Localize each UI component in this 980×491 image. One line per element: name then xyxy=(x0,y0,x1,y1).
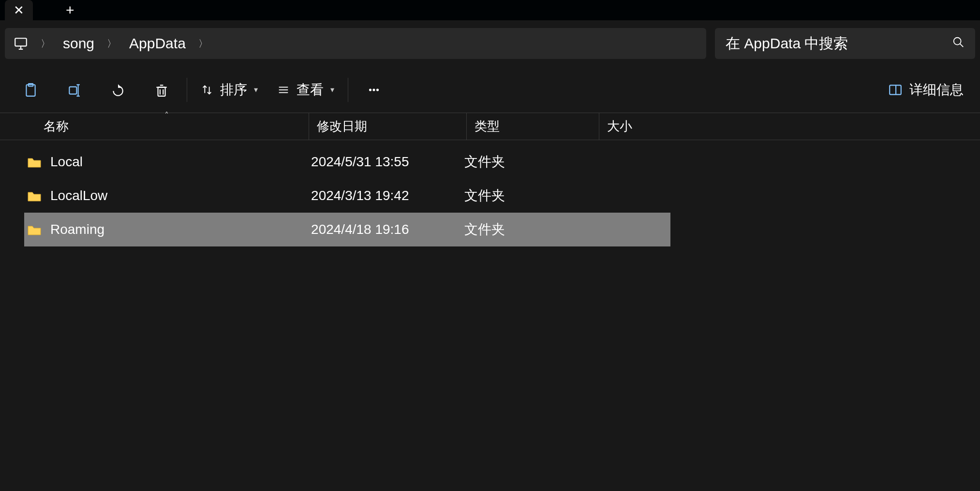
more-icon xyxy=(367,83,381,97)
search-input[interactable]: 在 AppData 中搜索 xyxy=(715,28,975,59)
column-header-type[interactable]: 类型 xyxy=(466,113,599,140)
file-row[interactable]: LocalLow2024/3/13 19:42文件夹 xyxy=(24,179,670,213)
column-headers: ˄ 名称 修改日期 类型 大小 xyxy=(0,113,980,140)
file-name: Roaming xyxy=(50,222,104,237)
chevron-right-icon: 〉 xyxy=(105,37,119,50)
chevron-right-icon: 〉 xyxy=(39,37,52,50)
folder-icon xyxy=(27,223,42,236)
paste-button[interactable] xyxy=(9,74,52,105)
chevron-down-icon: ▾ xyxy=(330,85,334,94)
file-type: 文件夹 xyxy=(457,220,586,239)
plus-icon: + xyxy=(66,3,74,17)
details-label: 详细信息 xyxy=(909,81,964,99)
sort-icon xyxy=(201,84,213,96)
file-list: Local2024/5/31 13:55文件夹LocalLow2024/3/13… xyxy=(0,140,980,491)
file-type: 文件夹 xyxy=(457,187,586,205)
more-button[interactable] xyxy=(352,74,396,105)
sort-button[interactable]: 排序 ▾ xyxy=(191,74,267,105)
toolbar: 排序 ▾ 查看 ▾ 详细信息 xyxy=(0,67,980,113)
folder-icon xyxy=(27,156,42,168)
rename-button[interactable] xyxy=(52,74,96,105)
sort-ascending-icon: ˄ xyxy=(164,110,169,121)
view-label: 查看 xyxy=(297,81,324,99)
view-button[interactable]: 查看 ▾ xyxy=(267,74,344,105)
breadcrumb-item[interactable]: song xyxy=(63,35,94,52)
breadcrumb-item[interactable]: AppData xyxy=(129,35,186,52)
file-date: 2024/4/18 19:16 xyxy=(303,222,457,237)
file-name: Local xyxy=(50,154,83,170)
pc-icon xyxy=(14,36,28,51)
share-button[interactable] xyxy=(96,74,139,105)
file-row[interactable]: Roaming2024/4/18 19:16文件夹 xyxy=(24,213,670,246)
new-tab-button[interactable]: + xyxy=(57,0,83,20)
view-icon xyxy=(277,84,290,96)
file-name: LocalLow xyxy=(50,188,107,203)
file-date: 2024/3/13 19:42 xyxy=(303,188,457,203)
search-placeholder: 在 AppData 中搜索 xyxy=(726,34,848,54)
details-pane-icon xyxy=(888,83,903,97)
column-header-size[interactable]: 大小 xyxy=(599,113,686,140)
file-type: 文件夹 xyxy=(457,153,586,171)
tab-close-button[interactable]: ✕ xyxy=(5,0,33,20)
chevron-right-icon: 〉 xyxy=(196,37,210,50)
close-icon: ✕ xyxy=(14,4,24,16)
chevron-down-icon: ▾ xyxy=(254,85,258,94)
file-date: 2024/5/31 13:55 xyxy=(303,154,457,170)
toolbar-divider xyxy=(187,78,187,102)
file-row[interactable]: Local2024/5/31 13:55文件夹 xyxy=(24,145,670,179)
toolbar-divider xyxy=(348,78,348,102)
tab-strip: ✕ + xyxy=(0,0,980,20)
details-pane-button[interactable]: 详细信息 xyxy=(880,81,971,99)
folder-icon xyxy=(27,189,42,202)
column-header-name[interactable]: ˄ 名称 xyxy=(24,113,309,140)
delete-button[interactable] xyxy=(139,74,183,105)
breadcrumb[interactable]: 〉 song 〉 AppData 〉 xyxy=(5,28,706,59)
column-header-date[interactable]: 修改日期 xyxy=(309,113,466,140)
sort-label: 排序 xyxy=(220,81,247,99)
address-row: 〉 song 〉 AppData 〉 在 AppData 中搜索 xyxy=(0,20,980,67)
search-icon xyxy=(952,35,965,52)
